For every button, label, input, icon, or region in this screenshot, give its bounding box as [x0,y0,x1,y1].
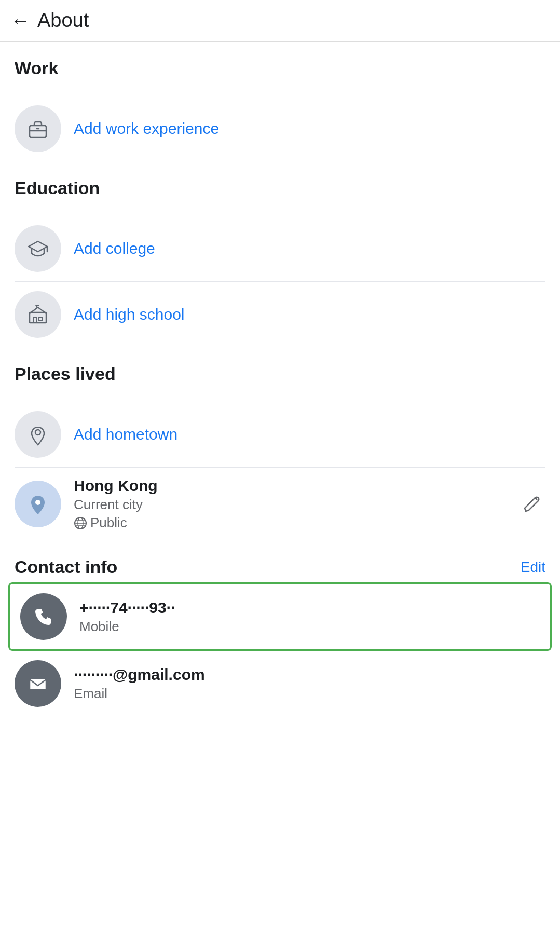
location-outline-icon [26,423,49,446]
email-type: Email [74,686,545,702]
svg-rect-5 [30,312,46,323]
email-icon-circle [15,660,61,707]
location-filled-icon [26,493,49,515]
pencil-icon [522,494,541,513]
current-city-item: Hong Kong Current city Public [0,468,560,540]
places-section: Places lived [0,347,560,402]
college-icon-circle [15,225,61,272]
briefcase-icon-circle [15,105,61,152]
back-arrow-icon: ← [10,11,30,31]
phone-info: +·····74·····93·· Mobile [79,599,540,635]
page-title: About [37,9,89,32]
phone-contact-item[interactable]: +·····74·····93·· Mobile [8,582,552,651]
add-college-label: Add college [74,240,155,257]
globe-icon [74,516,87,530]
school-icon [26,303,49,326]
phone-icon-circle [20,593,67,640]
education-section-title: Education [15,178,545,198]
email-address: ·········@gmail.com [74,666,545,684]
hometown-icon-circle [15,411,61,458]
email-info: ·········@gmail.com Email [74,666,545,702]
work-section: Work [0,42,560,96]
email-icon [26,672,49,695]
add-hometown-label: Add hometown [74,426,177,443]
places-section-title: Places lived [15,364,545,384]
add-work-experience-label: Add work experience [74,120,219,138]
phone-type: Mobile [79,619,540,635]
current-city-info: Hong Kong Current city Public [74,477,517,531]
svg-point-9 [35,500,40,505]
email-contact-item[interactable]: ·········@gmail.com Email [0,651,560,716]
city-sub: Current city [74,497,517,513]
highschool-icon-circle [15,291,61,338]
add-highschool-item[interactable]: Add high school [0,282,560,347]
contact-section-title: Contact info [15,557,117,577]
phone-number: +·····74·····93·· [79,599,540,617]
briefcase-icon [26,117,49,140]
edit-city-button[interactable] [517,489,545,519]
work-section-title: Work [15,58,545,78]
education-section: Education [0,161,560,216]
add-college-item[interactable]: Add college [0,216,560,281]
back-button[interactable]: ← About [10,9,89,32]
phone-icon [32,605,55,628]
contact-section-header: Contact info Edit [0,540,560,582]
current-city-icon-circle [15,481,61,527]
add-work-experience-item[interactable]: Add work experience [0,96,560,161]
add-hometown-item[interactable]: Add hometown [0,402,560,467]
header: ← About [0,0,560,42]
add-highschool-label: Add high school [74,306,185,323]
contact-edit-button[interactable]: Edit [521,559,545,576]
city-privacy: Public [74,515,517,531]
city-name: Hong Kong [74,477,517,495]
graduation-cap-icon [26,237,49,260]
svg-point-8 [35,430,40,435]
